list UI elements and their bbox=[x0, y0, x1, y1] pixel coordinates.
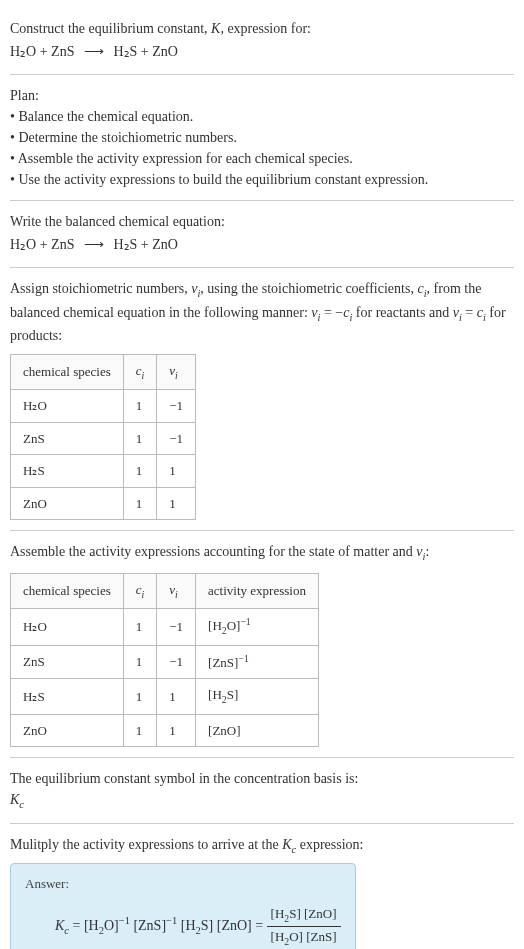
arrow-icon: ⟶ bbox=[78, 237, 110, 252]
table-header-row: chemical species ci νi activity expressi… bbox=[11, 573, 319, 608]
plan-section: Plan: • Balance the chemical equation. •… bbox=[10, 75, 514, 201]
cell-ci: 1 bbox=[123, 609, 157, 646]
cell-expr: [H2S] bbox=[196, 679, 319, 714]
plan-heading: Plan: bbox=[10, 85, 514, 106]
col-vi: νi bbox=[157, 355, 196, 390]
table-row: ZnS 1 −1 bbox=[11, 422, 196, 455]
reactants: H₂O + ZnS bbox=[10, 237, 74, 252]
cell-expr: [ZnS]−1 bbox=[196, 645, 319, 679]
balanced-equation: H₂O + ZnS ⟶ H₂S + ZnO bbox=[10, 232, 514, 257]
activity-table: chemical species ci νi activity expressi… bbox=[10, 573, 319, 747]
intro-equation: H₂O + ZnS ⟶ H₂S + ZnO bbox=[10, 39, 514, 64]
cell-ci: 1 bbox=[123, 487, 157, 520]
cell-species: H₂S bbox=[11, 455, 124, 488]
cell-species: ZnS bbox=[11, 422, 124, 455]
stoich-section: Assign stoichiometric numbers, νi, using… bbox=[10, 268, 514, 531]
products: H₂S + ZnO bbox=[113, 237, 177, 252]
cell-vi: −1 bbox=[157, 390, 196, 423]
col-expr: activity expression bbox=[196, 573, 319, 608]
col-species: chemical species bbox=[11, 573, 124, 608]
cell-species: H₂S bbox=[11, 679, 124, 714]
cell-ci: 1 bbox=[123, 645, 157, 679]
stoich-text: Assign stoichiometric numbers, νi, using… bbox=[10, 278, 514, 346]
kc-expression: Kc = [H2O]−1 [ZnS]−1 [H2S] [ZnO] = [H2S]… bbox=[25, 900, 341, 949]
plan-item: • Determine the stoichiometric numbers. bbox=[10, 127, 514, 148]
reactants: H₂O + ZnS bbox=[10, 44, 74, 59]
symbol-section: The equilibrium constant symbol in the c… bbox=[10, 758, 514, 824]
plan-item: • Balance the chemical equation. bbox=[10, 106, 514, 127]
table-row: H₂S 1 1 bbox=[11, 455, 196, 488]
col-ci: ci bbox=[123, 355, 157, 390]
answer-box: Answer: Kc = [H2O]−1 [ZnS]−1 [H2S] [ZnO]… bbox=[10, 863, 356, 949]
cell-ci: 1 bbox=[123, 390, 157, 423]
col-vi: νi bbox=[157, 573, 196, 608]
plan-item: • Assemble the activity expression for e… bbox=[10, 148, 514, 169]
cell-ci: 1 bbox=[123, 714, 157, 747]
cell-species: ZnO bbox=[11, 714, 124, 747]
plan-item: • Use the activity expressions to build … bbox=[10, 169, 514, 190]
cell-ci: 1 bbox=[123, 455, 157, 488]
col-species: chemical species bbox=[11, 355, 124, 390]
cell-species: ZnS bbox=[11, 645, 124, 679]
intro-section: Construct the equilibrium constant, K, e… bbox=[10, 8, 514, 75]
cell-vi: 1 bbox=[157, 714, 196, 747]
activity-text: Assemble the activity expressions accoun… bbox=[10, 541, 514, 565]
cell-species: H₂O bbox=[11, 390, 124, 423]
table-row: ZnO 1 1 bbox=[11, 487, 196, 520]
table-header-row: chemical species ci νi bbox=[11, 355, 196, 390]
cell-ci: 1 bbox=[123, 679, 157, 714]
answer-label: Answer: bbox=[25, 874, 341, 894]
cell-expr: [ZnO] bbox=[196, 714, 319, 747]
final-section: Mulitply the activity expressions to arr… bbox=[10, 824, 514, 949]
table-row: H₂S 1 1 [H2S] bbox=[11, 679, 319, 714]
arrow-icon: ⟶ bbox=[78, 44, 110, 59]
cell-ci: 1 bbox=[123, 422, 157, 455]
activity-section: Assemble the activity expressions accoun… bbox=[10, 531, 514, 758]
kc-symbol: Kc bbox=[10, 789, 514, 813]
table-row: H₂O 1 −1 bbox=[11, 390, 196, 423]
balanced-section: Write the balanced chemical equation: H₂… bbox=[10, 201, 514, 268]
fraction-denominator: [H2O] [ZnS] bbox=[267, 927, 341, 949]
cell-vi: 1 bbox=[157, 679, 196, 714]
cell-vi: 1 bbox=[157, 487, 196, 520]
fraction: [H2S] [ZnO] [H2O] [ZnS] bbox=[267, 904, 341, 949]
cell-expr: [H2O]−1 bbox=[196, 609, 319, 646]
col-ci: ci bbox=[123, 573, 157, 608]
cell-species: H₂O bbox=[11, 609, 124, 646]
stoich-table: chemical species ci νi H₂O 1 −1 ZnS 1 −1… bbox=[10, 354, 196, 520]
cell-vi: −1 bbox=[157, 609, 196, 646]
fraction-numerator: [H2S] [ZnO] bbox=[267, 904, 341, 927]
final-heading: Mulitply the activity expressions to arr… bbox=[10, 834, 514, 858]
balanced-heading: Write the balanced chemical equation: bbox=[10, 211, 514, 232]
symbol-text: The equilibrium constant symbol in the c… bbox=[10, 768, 514, 789]
cell-species: ZnO bbox=[11, 487, 124, 520]
cell-vi: −1 bbox=[157, 422, 196, 455]
cell-vi: −1 bbox=[157, 645, 196, 679]
table-row: ZnO 1 1 [ZnO] bbox=[11, 714, 319, 747]
cell-vi: 1 bbox=[157, 455, 196, 488]
intro-line: Construct the equilibrium constant, K, e… bbox=[10, 18, 514, 39]
table-row: H₂O 1 −1 [H2O]−1 bbox=[11, 609, 319, 646]
table-row: ZnS 1 −1 [ZnS]−1 bbox=[11, 645, 319, 679]
products: H₂S + ZnO bbox=[113, 44, 177, 59]
